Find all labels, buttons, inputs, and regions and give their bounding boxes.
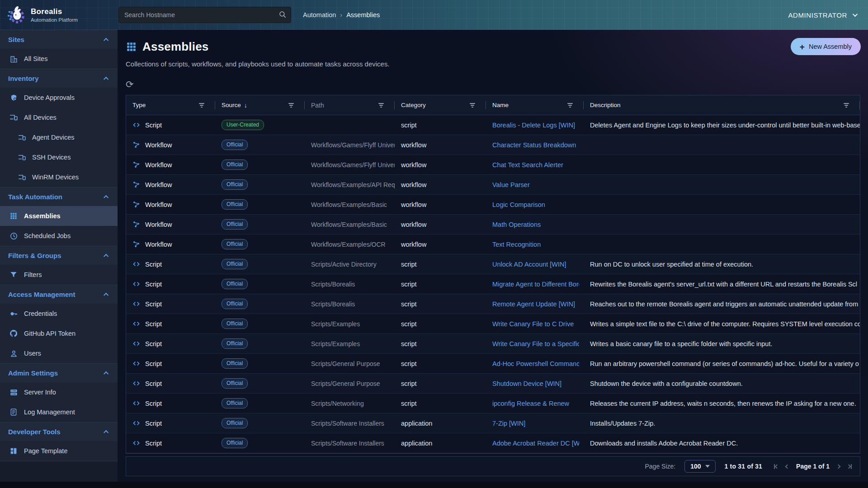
next-page-button[interactable] — [837, 465, 840, 468]
table-row[interactable]: Workflow Official Workflows/Games/Flyff … — [126, 135, 860, 155]
chevron-up-icon — [104, 253, 108, 258]
sidebar-item-device-approvals[interactable]: Device Approvals — [0, 88, 118, 108]
sidebar-item-filters[interactable]: Filters — [0, 265, 118, 285]
sidebar-item-winrm-devices[interactable]: WinRM Devices — [0, 167, 118, 187]
category-cell: script — [395, 334, 486, 353]
type-label: Script — [145, 281, 162, 288]
sidebar-section-admin-settings[interactable]: Admin Settings — [0, 363, 118, 382]
table-row[interactable]: Script Official Scripts/General Purpose … — [126, 374, 860, 394]
column-header-source[interactable]: Source ↓ — [215, 95, 305, 115]
category-cell: workflow — [395, 175, 486, 194]
breadcrumb-assemblies[interactable]: Assemblies — [346, 11, 380, 19]
search-input[interactable] — [118, 7, 291, 23]
assembly-name-link[interactable]: Write Canary File to a Specific F — [492, 340, 579, 347]
code-icon — [132, 340, 140, 347]
sidebar-section-task-automation[interactable]: Task Automation — [0, 187, 118, 206]
sidebar-item-credentials[interactable]: Credentials — [0, 304, 118, 324]
sidebar-item-all-sites[interactable]: All Sites — [0, 49, 118, 69]
last-page-button[interactable] — [847, 464, 852, 469]
sidebar-section-sites[interactable]: Sites — [0, 30, 118, 49]
prev-page-button[interactable] — [786, 465, 789, 468]
column-header-description[interactable]: Description — [584, 95, 860, 115]
refresh-icon[interactable]: ⟳ — [126, 80, 137, 89]
path-cell: Scripts/Examples — [305, 334, 395, 353]
sidebar-item-ssh-devices[interactable]: SSH Devices — [0, 147, 118, 167]
column-header-path[interactable]: Path — [305, 95, 395, 115]
category-cell: script — [395, 354, 486, 373]
assembly-name-link[interactable]: Character Status Breakdown — [492, 141, 579, 149]
user-menu[interactable]: ADMINISTRATOR — [788, 11, 856, 19]
sidebar-item-page-template[interactable]: Page Template — [0, 441, 118, 461]
source-badge: Official — [222, 378, 248, 389]
sidebar-section-inventory[interactable]: Inventory — [0, 69, 118, 88]
table-row[interactable]: Script Official Scripts/Software Install… — [126, 433, 860, 453]
assembly-name-link[interactable]: 7-Zip [WIN] — [492, 420, 579, 427]
filter-funnel-icon[interactable] — [197, 101, 206, 109]
description-cell — [584, 175, 860, 194]
filter-funnel-icon[interactable] — [468, 101, 477, 109]
breadcrumb-automation[interactable]: Automation — [303, 11, 336, 19]
category-cell: workflow — [395, 195, 486, 214]
new-assembly-button[interactable]: + New Assembly — [791, 38, 861, 55]
page-size-select[interactable]: 100 — [684, 460, 715, 473]
description-cell — [584, 155, 860, 174]
table-row[interactable]: Script Official Scripts/Software Install… — [126, 413, 860, 433]
sidebar-item-assemblies[interactable]: Assemblies — [0, 206, 118, 226]
category-cell: application — [395, 433, 486, 453]
source-badge: Official — [222, 199, 248, 210]
assembly-name-link[interactable]: Adobe Acrobat Reader DC [WIN — [492, 440, 579, 447]
search-icon[interactable] — [278, 10, 287, 19]
path-cell: Scripts/Networking — [305, 394, 395, 413]
assembly-name-link[interactable]: Write Canary File to C Drive — [492, 320, 579, 328]
table-row[interactable]: Script Official Scripts/Networking scrip… — [126, 394, 860, 413]
sidebar-item-log-management[interactable]: Log Management — [0, 402, 118, 422]
filter-funnel-icon[interactable] — [287, 101, 296, 109]
table-row[interactable]: Script User-Created script Borealis - De… — [126, 115, 860, 135]
first-page-button[interactable] — [774, 464, 778, 469]
table-row[interactable]: Script Official Scripts/Borealis script … — [126, 274, 860, 294]
assembly-name-link[interactable]: Math Operations — [492, 221, 579, 228]
column-header-category[interactable]: Category — [395, 95, 486, 115]
category-cell: workflow — [395, 235, 486, 254]
page-indicator: Page 1 of 1 — [796, 463, 830, 470]
assembly-name-link[interactable]: Remote Agent Update [WIN] — [492, 300, 579, 308]
column-header-type[interactable]: Type — [126, 95, 215, 115]
sort-desc-icon[interactable]: ↓ — [244, 102, 247, 109]
table-row[interactable]: Script Official Scripts/Active Directory… — [126, 254, 860, 274]
assembly-name-link[interactable]: Borealis - Delete Logs [WIN] — [492, 122, 579, 129]
sidebar-section-access-management[interactable]: Access Management — [0, 285, 118, 304]
table-row[interactable]: Workflow Official Workflows/Examples/Bas… — [126, 195, 860, 215]
table-row[interactable]: Script Official Scripts/Borealis script … — [126, 294, 860, 314]
filter-funnel-icon[interactable] — [377, 101, 386, 109]
workflow-icon — [132, 141, 140, 149]
assembly-name-link[interactable]: Migrate Agent to Different Borea — [492, 281, 579, 288]
sidebar-section-filters-groups[interactable]: Filters & Groups — [0, 246, 118, 265]
sidebar-item-scheduled-jobs[interactable]: Scheduled Jobs — [0, 226, 118, 246]
sidebar-item-all-devices[interactable]: All Devices — [0, 108, 118, 127]
sidebar-item-server-info[interactable]: Server Info — [0, 382, 118, 402]
filter-funnel-icon[interactable] — [842, 101, 851, 109]
assembly-name-link[interactable]: ipconfig Release & Renew — [492, 400, 579, 407]
assembly-name-link[interactable]: Chat Text Search Alerter — [492, 161, 579, 169]
column-header-name[interactable]: Name — [486, 95, 584, 115]
assembly-name-link[interactable]: Value Parser — [492, 181, 579, 188]
sidebar-item-github-api-token[interactable]: GitHub API Token — [0, 324, 118, 343]
table-row[interactable]: Workflow Official Workflows/Examples/Bas… — [126, 215, 860, 235]
category-cell: workflow — [395, 215, 486, 234]
assembly-name-link[interactable]: Ad-Hoc Powershell Command [W — [492, 360, 579, 367]
table-row[interactable]: Script Official Scripts/General Purpose … — [126, 354, 860, 374]
filter-funnel-icon[interactable] — [566, 101, 575, 109]
assembly-name-link[interactable]: Shutdown Device [WIN] — [492, 380, 579, 387]
table-row[interactable]: Workflow Official Workflows/Examples/API… — [126, 175, 860, 195]
table-row[interactable]: Script Official Scripts/Examples script … — [126, 334, 860, 354]
assembly-name-link[interactable]: Text Recognition — [492, 241, 579, 248]
assembly-name-link[interactable]: Unlock AD Account [WIN] — [492, 261, 579, 268]
table-row[interactable]: Script Official Scripts/Examples script … — [126, 314, 860, 334]
sidebar-item-users[interactable]: Users — [0, 343, 118, 363]
table-row[interactable]: Workflow Official Workflows/Examples/OCR… — [126, 235, 860, 254]
sidebar-section-developer-tools[interactable]: Developer Tools — [0, 422, 118, 441]
table-row[interactable]: Workflow Official Workflows/Games/Flyff … — [126, 155, 860, 175]
assembly-name-link[interactable]: Logic Comparison — [492, 201, 579, 208]
sidebar-item-agent-devices[interactable]: Agent Devices — [0, 127, 118, 147]
code-icon — [132, 300, 140, 308]
